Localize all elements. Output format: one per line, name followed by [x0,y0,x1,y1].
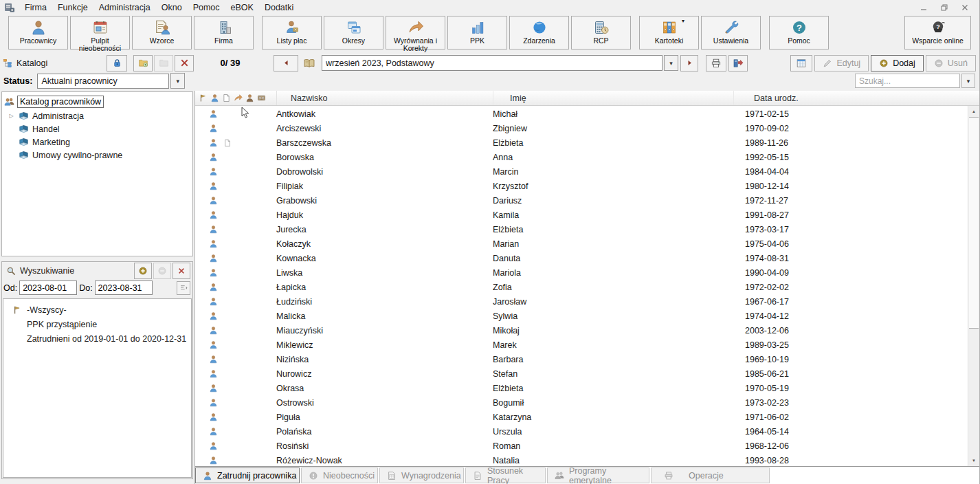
tab-stosunek-pracy[interactable]: Stosunek Pracy [465,468,546,483]
table-row[interactable]: KownackaDanuta1974-08-31 [195,251,968,265]
toolbar-ustawienia[interactable]: Ustawienia [701,16,761,50]
table-row[interactable]: BorowskaAnna1992-05-15 [195,150,968,164]
toolbar-kartoteki[interactable]: ▾Kartoteki [639,16,699,50]
toolbar-pulpit-nieobecnosci[interactable]: Pulpit nieobecności [70,16,130,50]
close-button[interactable] [960,3,970,12]
scroll-up-button[interactable]: ▲ [968,106,979,117]
table-row[interactable]: LiwskaMariola1990-04-09 [195,265,968,280]
cell-nazwisko: Okrasa [276,384,493,393]
table-row[interactable]: NurowiczStefan1985-06-21 [195,366,968,381]
menu-administracja[interactable]: Administracja [93,1,156,14]
next-period-button[interactable] [680,55,698,72]
table-row[interactable]: KołaczykMarian1975-04-06 [195,236,968,251]
table-row[interactable]: FilipiakKrzysztof1980-12-14 [195,179,968,193]
table-row[interactable]: ŁudzińskiJarosław1967-06-17 [195,294,968,309]
toolbar-listy-plac[interactable]: Listy płac [262,16,322,50]
date-from-input[interactable] [19,280,77,295]
tab-programy-emerytalne[interactable]: Programy emerytalne [547,468,649,483]
table-row[interactable]: NizińskaBarbara1969-10-19 [195,352,968,366]
column-header-imie[interactable]: Imię [493,91,733,105]
tree-item-marketing[interactable]: Marketing [2,135,192,148]
scroll-down-button[interactable]: ▼ [968,455,979,466]
column-header-nazwisko[interactable]: Nazwisko [276,91,493,105]
toolbar-pomoc[interactable]: ?Pomoc [769,16,829,50]
search-result-ppk-przystapienie[interactable]: PPK przystąpienie [3,317,191,331]
search-result-wszyscy[interactable]: -Wszyscy- [3,302,191,317]
table-row[interactable]: MiklewiczMarek1989-03-25 [195,338,968,352]
toolbar-wsparcie-online[interactable]: ?Wsparcie online [904,16,971,50]
grid-view-button[interactable] [790,55,812,72]
table-row[interactable]: Różewicz-NowakNatalia1993-08-28 [195,453,968,466]
toolbar-zdarzenia[interactable]: Zdarzenia [509,16,569,50]
print-button[interactable] [706,55,726,72]
tab-operacje[interactable]: Operacje [651,468,770,483]
status-input[interactable] [37,74,169,89]
tree-item-handel[interactable]: Handel [2,122,192,135]
toolbar-wyrownania-i-korekty[interactable]: Wyrównania i Korekty [386,16,445,50]
export-button[interactable] [728,55,748,72]
menu-dodatki[interactable]: Dodatki [259,1,299,14]
search-options-button[interactable] [177,281,190,295]
menu-firma[interactable]: Firma [19,1,52,14]
toolbar-ppk[interactable]: PPK [447,16,507,50]
person-icon [209,355,218,364]
tree-root-item[interactable]: Katalog pracowników [2,94,192,109]
table-row[interactable]: AntkowiakMichał1971-02-15 [195,107,968,121]
edit-catalog-button[interactable] [154,55,173,72]
table-row[interactable]: HajdukKamila1991-08-27 [195,208,968,222]
table-row[interactable]: GrabowskiDariusz1972-11-27 [195,193,968,208]
date-to-input[interactable] [95,280,153,295]
vertical-scrollbar[interactable]: ▲ ▼ [968,106,979,466]
edit-button[interactable]: Edytuj [814,55,869,72]
previous-period-button[interactable] [274,55,298,72]
menu-pomoc[interactable]: Pomoc [188,1,225,14]
table-row[interactable]: OkrasaElżbieta1970-05-19 [195,381,968,395]
search-input[interactable] [855,74,960,88]
expander-icon[interactable]: ▷ [8,113,15,119]
status-dropdown-button[interactable]: ▾ [170,73,185,89]
toolbar-wzorce[interactable]: Wzorce [132,16,192,50]
add-button[interactable]: Dodaj [871,55,924,72]
table-row[interactable]: OstrowskiBogumił1973-02-23 [195,395,968,410]
column-header-data-urodz[interactable]: Data urodz. [733,91,979,105]
table-row[interactable]: MiauczyńskiMikołaj2003-12-06 [195,323,968,338]
close-search-panel-button[interactable] [172,263,190,279]
menu-funkcje[interactable]: Funkcje [52,1,93,14]
search-dropdown-button[interactable]: ▾ [961,74,975,88]
period-dropdown-button[interactable]: ▾ [664,55,678,71]
menu-ebok[interactable]: eBOK [225,1,259,14]
tab-nieobecnosci[interactable]: Nieobecności [301,468,378,483]
period-input[interactable] [322,55,662,71]
toolbar-pracownicy[interactable]: Pracownicy [8,16,68,50]
table-row[interactable]: ŁapickaZofia1972-02-02 [195,280,968,294]
tab-wynagrodzenia[interactable]: Wynagrodzenia [379,468,464,483]
tree-item-administracja[interactable]: ▷Administracja [2,109,192,122]
remove-search-button[interactable] [153,263,171,279]
table-row[interactable]: JureckaElżbieta1973-03-17 [195,222,968,236]
menu-okno[interactable]: Okno [156,1,188,14]
search-result-zatrudnieni-od-2019-01-01-do-2020-12-31[interactable]: Zatrudnieni od 2019-01-01 do 2020-12-31 [3,331,191,346]
minimize-button[interactable] [919,3,928,12]
table-row[interactable]: MalickaSylwia1974-04-12 [195,309,968,323]
table-row[interactable]: BarszczewskaElżbieta1989-11-26 [195,135,968,150]
toolbar-firma[interactable]: Firma [194,16,254,50]
tab-zatrudnij-pracownika[interactable]: Zatrudnij pracownika [195,468,300,483]
lock-catalogs-button[interactable] [107,55,127,72]
table-row[interactable]: PolańskaUrszula1964-05-14 [195,424,968,439]
add-catalog-button[interactable] [133,55,153,72]
dropdown-mini-icon: ▾ [682,18,684,24]
restore-button[interactable] [939,3,949,12]
add-search-button[interactable] [134,263,152,279]
close-catalogs-button[interactable] [175,55,194,72]
toolbar-okresy[interactable]: Okresy [324,16,383,50]
toolbar-rcp[interactable]: RCP [571,16,631,50]
table-row[interactable]: RosińskiRoman1968-12-06 [195,439,968,453]
tree-item-umowy-cywilno-prawne[interactable]: Umowy cywilno-prawne [2,148,192,162]
delete-button[interactable]: Usuń [926,55,976,72]
table-row[interactable]: ArciszewskiZbigniew1970-09-02 [195,121,968,135]
table-row[interactable]: DobrowolskiMarcin1984-04-04 [195,164,968,179]
scrollbar-thumb[interactable] [969,117,979,329]
cell-data-urodz: 1970-05-19 [733,384,968,393]
open-book-icon[interactable] [303,57,315,69]
table-row[interactable]: PigułaKatarzyna1971-06-02 [195,410,968,424]
